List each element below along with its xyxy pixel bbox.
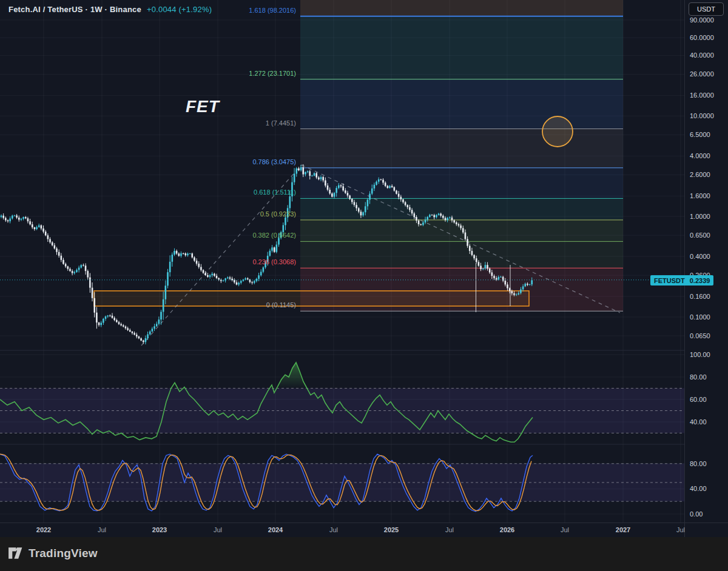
candle-body	[143, 341, 144, 342]
candle-body	[136, 335, 138, 336]
candle-body	[342, 186, 344, 190]
candle-body	[56, 249, 58, 252]
candle-body	[358, 209, 360, 212]
candle-body	[9, 218, 11, 221]
candle-body	[123, 326, 124, 327]
candle-body	[376, 182, 377, 185]
candle-body	[354, 202, 356, 205]
candle-body	[83, 265, 84, 265]
candle-body	[405, 202, 406, 205]
candle-body	[318, 178, 320, 179]
candle-body	[314, 173, 315, 176]
candle-body	[149, 332, 151, 335]
svg-text:0.236 (0.3068): 0.236 (0.3068)	[252, 258, 296, 265]
candle-body	[491, 272, 493, 276]
candle-body	[120, 324, 122, 326]
candle-body	[92, 288, 93, 298]
candle-body	[382, 180, 384, 183]
candle-body	[289, 196, 291, 208]
candle-body	[505, 281, 507, 284]
candle-body	[62, 260, 64, 264]
candle-body	[254, 281, 255, 283]
candle-body	[200, 267, 202, 270]
candle-body	[165, 286, 167, 299]
candle-body	[416, 217, 417, 221]
candle-body	[329, 190, 331, 193]
candle-body	[69, 269, 71, 272]
candle-body	[365, 206, 366, 212]
rsi-axis-label: 100.00	[690, 351, 710, 358]
candle-body	[425, 219, 426, 222]
candle-body	[34, 227, 36, 229]
rsi-axis-label: 40.00	[690, 418, 707, 426]
candle-body	[311, 176, 313, 176]
fib-zones	[300, 0, 623, 311]
candle-body	[478, 262, 480, 265]
candle-body	[22, 217, 24, 219]
time-axis-label: Jul	[561, 526, 569, 533]
price-axis[interactable]: USDT 90.000060.000040.000026.000016.0000…	[684, 0, 728, 537]
price-axis-label: 0.1600	[690, 293, 710, 300]
tradingview-chart-widget: 1.618 (98.2016)1.272 (23.1701)1 (7.4451)…	[0, 0, 728, 571]
price-axis-label: 10.0000	[690, 112, 714, 119]
candle-body	[349, 196, 351, 199]
badge-symbol: FETUSDT	[654, 277, 685, 284]
candle-body	[45, 232, 47, 235]
symbol-title[interactable]: Fetch.AI / TetherUS · 1W · Binance	[8, 5, 141, 14]
candle-body	[367, 199, 369, 206]
candle-body	[271, 247, 273, 250]
currency-toggle-button[interactable]: USDT	[689, 2, 724, 16]
time-axis[interactable]: 2022Jul2023Jul2024Jul2025Jul2026Jul2027J…	[0, 523, 728, 538]
candle-body	[396, 191, 397, 194]
candle-body	[511, 291, 513, 293]
chart-region[interactable]: 1.618 (98.2016)1.272 (23.1701)1 (7.4451)…	[0, 0, 728, 537]
candle-body	[295, 169, 297, 174]
candle-body	[422, 222, 424, 225]
candle-body	[453, 220, 455, 222]
candle-body	[85, 265, 87, 271]
time-axis-label: 2027	[616, 526, 630, 533]
candle-body	[322, 177, 324, 180]
candle-body	[244, 278, 246, 279]
candle-body	[507, 284, 508, 288]
candle-body	[442, 216, 444, 218]
candle-body	[158, 319, 160, 324]
candle-body	[335, 188, 337, 193]
candle-body	[184, 253, 186, 255]
candle-body	[16, 215, 18, 217]
candle-body	[240, 281, 242, 283]
svg-text:0.382 (0.5642): 0.382 (0.5642)	[252, 232, 296, 239]
chart-canvas[interactable]: 1.618 (98.2016)1.272 (23.1701)1 (7.4451)…	[0, 0, 684, 523]
candle-body	[380, 179, 382, 180]
candle-body	[520, 289, 522, 293]
svg-text:0 (0.1145): 0 (0.1145)	[266, 301, 296, 309]
candle-body	[387, 186, 389, 188]
circle-drawing[interactable]	[542, 116, 573, 147]
candle-body	[489, 269, 491, 272]
candle-body	[36, 227, 38, 229]
last-price-badge: FETUSDT 0.2339	[650, 275, 713, 286]
candle-body	[298, 169, 300, 170]
candle-body	[145, 338, 147, 342]
svg-text:0.786 (3.0475): 0.786 (3.0475)	[252, 158, 296, 165]
tradingview-logo[interactable]: TradingView	[7, 545, 98, 561]
candle-body	[285, 218, 286, 225]
range-box-drawing[interactable]	[94, 291, 529, 306]
candle-body	[167, 272, 169, 286]
candle-body	[345, 190, 346, 193]
candle-body	[32, 224, 33, 227]
price-axis-label: 1.0000	[690, 213, 710, 220]
candle-body	[140, 338, 142, 340]
candle-body	[138, 336, 140, 338]
candle-body	[338, 185, 340, 188]
candle-body	[229, 278, 231, 279]
svg-text:1 (7.4451): 1 (7.4451)	[266, 119, 296, 127]
time-axis-label: Jul	[445, 526, 454, 533]
candle-body	[238, 283, 240, 285]
candle-body	[54, 245, 56, 249]
candle-body	[256, 279, 258, 281]
candle-body	[320, 177, 322, 179]
candle-body	[214, 274, 215, 276]
candle-body	[356, 205, 357, 208]
candle-body	[105, 316, 107, 319]
